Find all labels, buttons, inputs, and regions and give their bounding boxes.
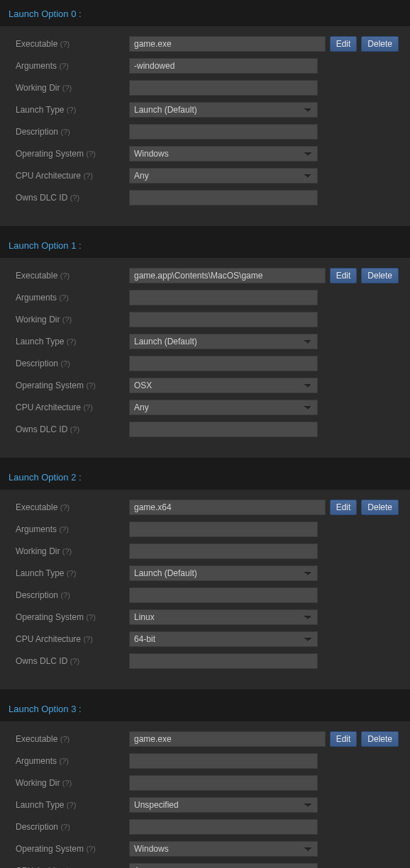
field-wrap: Edit Delete [129, 36, 399, 52]
launch-option-panel: Launch Option 3 : Executable (?) Edit De… [0, 695, 410, 868]
field-wrap [129, 312, 399, 327]
form-row: Working Dir (?) [16, 543, 399, 559]
arguments-input[interactable] [129, 290, 318, 305]
cpu-arch-select[interactable]: Any [129, 168, 318, 184]
help-icon[interactable]: (?) [86, 150, 95, 158]
delete-button[interactable]: Delete [361, 731, 399, 747]
help-icon[interactable]: (?) [62, 84, 72, 92]
working-dir-input[interactable] [129, 312, 318, 327]
form-row: Operating System (?) Windows [16, 146, 399, 162]
description-input[interactable] [129, 819, 318, 835]
delete-button[interactable]: Delete [361, 268, 399, 283]
help-icon[interactable]: (?) [67, 569, 76, 577]
help-icon[interactable]: (?) [86, 613, 95, 621]
help-icon[interactable]: (?) [83, 171, 92, 180]
edit-button[interactable]: Edit [330, 500, 358, 515]
form-row: Description (?) [16, 124, 399, 140]
launch-type-select[interactable]: Launch (Default) [129, 334, 318, 349]
help-icon[interactable]: (?) [62, 547, 72, 556]
launch-type-select[interactable]: Launch (Default) [129, 565, 318, 581]
description-input[interactable] [129, 356, 318, 371]
working-dir-input[interactable] [129, 80, 318, 96]
help-icon[interactable]: (?) [59, 62, 68, 70]
form-row: Description (?) [16, 819, 399, 835]
description-input[interactable] [129, 124, 318, 140]
field-wrap: Any [129, 168, 399, 184]
field-wrap: Edit Delete [129, 268, 399, 283]
field-label: Owns DLC ID (?) [16, 193, 129, 203]
help-icon[interactable]: (?) [67, 337, 76, 346]
help-icon[interactable]: (?) [60, 271, 70, 280]
help-icon[interactable]: (?) [60, 128, 70, 136]
field-label: CPU Architecture (?) [16, 634, 129, 644]
help-icon[interactable]: (?) [59, 525, 68, 534]
field-label: Owns DLC ID (?) [16, 656, 129, 666]
help-icon[interactable]: (?) [59, 757, 68, 765]
field-wrap [129, 356, 399, 371]
form-row: Working Dir (?) [16, 775, 399, 791]
help-icon[interactable]: (?) [62, 315, 72, 324]
form-row: Owns DLC ID (?) [16, 422, 399, 437]
executable-input[interactable] [129, 36, 326, 52]
executable-input[interactable] [129, 500, 326, 515]
cpu-arch-select[interactable]: Any [129, 863, 318, 868]
owns-dlc-input[interactable] [129, 653, 318, 669]
help-icon[interactable]: (?) [86, 381, 95, 390]
help-icon[interactable]: (?) [70, 193, 79, 202]
arguments-input[interactable] [129, 58, 318, 74]
os-select[interactable]: Linux [129, 609, 318, 625]
help-icon[interactable]: (?) [60, 823, 70, 831]
cpu-arch-select[interactable]: 64-bit [129, 631, 318, 647]
help-icon[interactable]: (?) [83, 635, 92, 643]
launch-type-select[interactable]: Launch (Default) [129, 102, 318, 118]
launch-option-panel: Launch Option 0 : Executable (?) Edit De… [0, 0, 410, 226]
form-row: Operating System (?) Linux [16, 609, 399, 625]
help-icon[interactable]: (?) [60, 503, 70, 512]
edit-button[interactable]: Edit [330, 268, 358, 283]
help-icon[interactable]: (?) [83, 403, 92, 412]
form-row: Arguments (?) [16, 522, 399, 537]
help-icon[interactable]: (?) [59, 293, 68, 302]
executable-input[interactable] [129, 731, 326, 747]
form-row: Executable (?) Edit Delete [16, 268, 399, 283]
edit-button[interactable]: Edit [330, 36, 358, 52]
help-icon[interactable]: (?) [67, 801, 76, 809]
help-icon[interactable]: (?) [67, 106, 76, 114]
description-input[interactable] [129, 587, 318, 603]
os-select[interactable]: Windows [129, 841, 318, 857]
launch-type-select[interactable]: Unspecified [129, 797, 318, 813]
launch-option-panel: Launch Option 1 : Executable (?) Edit De… [0, 232, 410, 458]
field-wrap [129, 819, 399, 835]
form-row: Operating System (?) OSX [16, 378, 399, 393]
help-icon[interactable]: (?) [60, 359, 70, 368]
delete-button[interactable]: Delete [361, 500, 399, 515]
help-icon[interactable]: (?) [70, 425, 79, 434]
panel-body: Executable (?) Edit Delete Arguments (?)… [0, 258, 410, 449]
os-select[interactable]: OSX [129, 378, 318, 393]
form-row: Launch Type (?) Launch (Default) [16, 102, 399, 118]
executable-input[interactable] [129, 268, 326, 283]
field-label: Launch Type (?) [16, 800, 129, 810]
arguments-input[interactable] [129, 753, 318, 769]
delete-button[interactable]: Delete [361, 36, 399, 52]
edit-button[interactable]: Edit [330, 731, 358, 747]
panel-body: Executable (?) Edit Delete Arguments (?)… [0, 26, 410, 218]
owns-dlc-input[interactable] [129, 422, 318, 437]
help-icon[interactable]: (?) [60, 735, 70, 743]
working-dir-input[interactable] [129, 543, 318, 559]
help-icon[interactable]: (?) [60, 40, 70, 48]
field-label: Operating System (?) [16, 612, 129, 622]
help-icon[interactable]: (?) [60, 591, 70, 599]
field-label: Working Dir (?) [16, 546, 129, 556]
arguments-input[interactable] [129, 522, 318, 537]
form-row: Executable (?) Edit Delete [16, 500, 399, 515]
owns-dlc-input[interactable] [129, 190, 318, 205]
help-icon[interactable]: (?) [86, 845, 95, 853]
help-icon[interactable]: (?) [62, 779, 72, 787]
working-dir-input[interactable] [129, 775, 318, 791]
field-label: Operating System (?) [16, 381, 129, 390]
field-label: Arguments (?) [16, 293, 129, 303]
cpu-arch-select[interactable]: Any [129, 400, 318, 415]
os-select[interactable]: Windows [129, 146, 318, 162]
help-icon[interactable]: (?) [70, 657, 79, 665]
